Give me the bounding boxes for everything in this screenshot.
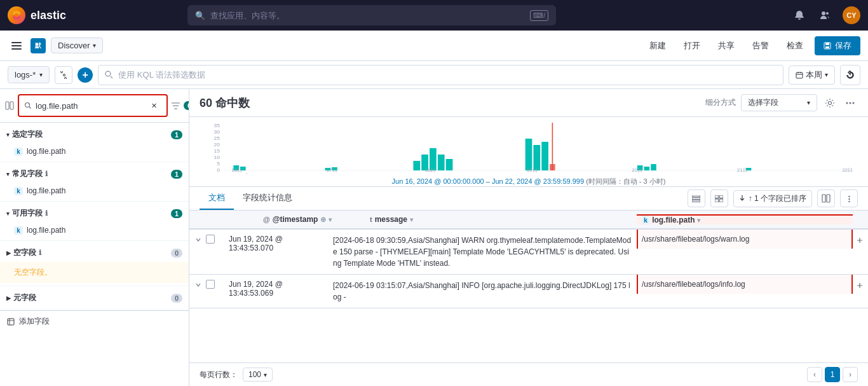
chevron-down-icon: ▾ bbox=[329, 216, 332, 223]
row-expand-button[interactable] bbox=[193, 235, 203, 245]
svg-text:19日: 19日 bbox=[527, 167, 538, 173]
svg-text:22日: 22日 bbox=[842, 167, 853, 173]
inspect-button[interactable]: 检查 bbox=[780, 38, 810, 54]
granularity-select[interactable]: 选择字段 ▾ bbox=[741, 94, 817, 111]
td-timestamp-1: Jun 19, 2024 @ 13:43:53.070 bbox=[225, 230, 329, 258]
th-timestamp[interactable]: @ @timestamp ⊕ ▾ bbox=[225, 214, 365, 224]
filter-options-button[interactable] bbox=[55, 66, 72, 84]
global-search-input[interactable] bbox=[210, 11, 525, 20]
more-options-button[interactable] bbox=[840, 190, 858, 207]
filter-icon-button[interactable] bbox=[172, 98, 180, 113]
common-fields-header[interactable]: ▾ 常见字段 ℹ 1 bbox=[0, 165, 189, 183]
hamburger-menu-button[interactable] bbox=[8, 37, 25, 55]
svg-rect-60 bbox=[692, 198, 700, 200]
bell-icon[interactable] bbox=[792, 8, 807, 23]
svg-rect-43 bbox=[533, 145, 540, 170]
field-type-badge: k bbox=[14, 148, 23, 156]
pagination-bar: 每页行数： 100 ▾ ‹ 1 › bbox=[189, 362, 868, 386]
tab-documents[interactable]: 文档 bbox=[200, 187, 234, 210]
sidebar-toggle-button[interactable] bbox=[5, 98, 14, 113]
svg-text:0: 0 bbox=[217, 167, 220, 173]
th-logpath[interactable]: k log.file.path ▾ bbox=[637, 214, 853, 224]
field-name: log.file.path bbox=[27, 186, 182, 195]
date-picker-label: 本周 bbox=[806, 69, 822, 81]
data-view-selector[interactable]: logs-* ▾ bbox=[8, 66, 50, 83]
row-expand-button[interactable] bbox=[193, 280, 203, 290]
users-icon[interactable] bbox=[817, 8, 832, 23]
selected-fields-section: ▾ 选定字段 1 k log.file.path bbox=[0, 123, 189, 162]
chart-options-icon[interactable] bbox=[843, 95, 858, 111]
global-search[interactable]: 🔍 ⌨/ bbox=[187, 5, 556, 25]
svg-rect-49 bbox=[651, 164, 656, 170]
available-fields-header[interactable]: ▾ 可用字段 ℹ 1 bbox=[0, 204, 189, 223]
per-page-value: 100 bbox=[248, 370, 261, 379]
svg-text:25: 25 bbox=[214, 135, 220, 141]
svg-point-11 bbox=[61, 71, 63, 73]
list-view-button[interactable] bbox=[688, 190, 705, 207]
svg-point-12 bbox=[64, 74, 65, 76]
row-controls-1 bbox=[189, 230, 225, 250]
svg-rect-48 bbox=[644, 167, 650, 170]
empty-fields-count: 0 bbox=[171, 249, 182, 258]
add-filter-button[interactable]: + bbox=[78, 67, 93, 83]
message-label: message bbox=[375, 215, 407, 224]
sort-button[interactable]: ↑ 1 个字段已排序 bbox=[733, 190, 812, 207]
common-fields-info-icon: ℹ bbox=[45, 170, 48, 178]
svg-rect-10 bbox=[825, 46, 829, 48]
chevron-down-icon: ▾ bbox=[825, 71, 828, 78]
prev-page-button[interactable]: ‹ bbox=[807, 367, 822, 382]
logpath-type-icon: k bbox=[642, 216, 649, 224]
selected-fields-header[interactable]: ▾ 选定字段 1 bbox=[0, 125, 189, 144]
field-type-badge: k bbox=[14, 226, 23, 235]
empty-fields-header[interactable]: ▶ 空字段 ℹ 0 bbox=[0, 244, 189, 262]
save-button[interactable]: 保存 bbox=[815, 36, 860, 55]
svg-text:35: 35 bbox=[214, 123, 220, 128]
grid-view-button[interactable] bbox=[710, 190, 728, 207]
logpath-label: log.file.path bbox=[652, 216, 695, 224]
field-search-input[interactable] bbox=[36, 101, 142, 111]
refresh-button[interactable] bbox=[840, 65, 860, 85]
histogram-chart: 35 30 25 20 15 10 5 0 bbox=[189, 117, 868, 187]
columns-settings-button[interactable] bbox=[817, 190, 835, 207]
td-message-2: [2024-06-19 03:15:07,Asia/Shanghai] INFO… bbox=[329, 275, 637, 308]
next-page-button[interactable]: › bbox=[843, 367, 858, 382]
sidebar-item-log-file-path-selected[interactable]: k log.file.path bbox=[0, 144, 189, 159]
expand-icon[interactable] bbox=[854, 235, 865, 246]
chart-settings-icon[interactable] bbox=[822, 95, 837, 111]
chevron-down-icon: ▾ bbox=[6, 132, 10, 138]
available-fields-section: ▾ 可用字段 ℹ 1 k log.file.path bbox=[0, 202, 189, 241]
tab-field-statistics[interactable]: 字段统计信息 bbox=[234, 187, 301, 210]
new-button[interactable]: 新建 bbox=[643, 38, 672, 54]
kql-search-bar[interactable] bbox=[98, 65, 783, 85]
svg-text:20: 20 bbox=[214, 142, 220, 148]
svg-rect-61 bbox=[692, 200, 700, 202]
sidebar-item-log-file-path-common[interactable]: k log.file.path bbox=[0, 183, 189, 198]
per-page-select[interactable]: 100 ▾ bbox=[243, 368, 273, 382]
elastic-logo[interactable]: elastic bbox=[8, 6, 66, 24]
sidebar-item-log-file-path-available[interactable]: k log.file.path bbox=[0, 223, 189, 238]
clear-search-button[interactable]: ✕ bbox=[146, 98, 161, 113]
svg-rect-46 bbox=[550, 164, 555, 170]
alert-button[interactable]: 告警 bbox=[746, 38, 775, 54]
row-checkbox[interactable] bbox=[206, 280, 215, 289]
expand-icon[interactable] bbox=[854, 280, 865, 291]
date-picker[interactable]: 本周 ▾ bbox=[789, 65, 835, 85]
open-button[interactable]: 打开 bbox=[677, 38, 707, 54]
elastic-logo-icon bbox=[8, 6, 25, 24]
svg-point-23 bbox=[853, 102, 855, 104]
discover-button[interactable]: Discover ▾ bbox=[51, 38, 103, 53]
results-table: @ @timestamp ⊕ ▾ t message ▾ k log.file.… bbox=[189, 210, 868, 362]
empty-fields-section: ▶ 空字段 ℹ 0 无空字段。 bbox=[0, 241, 189, 286]
svg-text:2024年6月: 2024年6月 bbox=[227, 172, 249, 174]
histogram-svg: 35 30 25 20 15 10 5 0 bbox=[200, 120, 858, 174]
empty-fields-message: 无空字段。 bbox=[0, 262, 189, 283]
th-message[interactable]: t message ▾ bbox=[365, 214, 637, 224]
row-checkbox[interactable] bbox=[206, 235, 215, 244]
field-search-box[interactable]: ✕ bbox=[18, 94, 168, 117]
add-field-button[interactable]: 添加字段 bbox=[0, 310, 189, 332]
page-1-button[interactable]: 1 bbox=[825, 367, 840, 382]
kql-search-input[interactable] bbox=[118, 70, 776, 79]
share-button[interactable]: 共享 bbox=[712, 38, 741, 54]
meta-fields-header[interactable]: ▶ 元字段 0 bbox=[0, 289, 189, 307]
user-avatar[interactable]: CY bbox=[843, 6, 860, 24]
